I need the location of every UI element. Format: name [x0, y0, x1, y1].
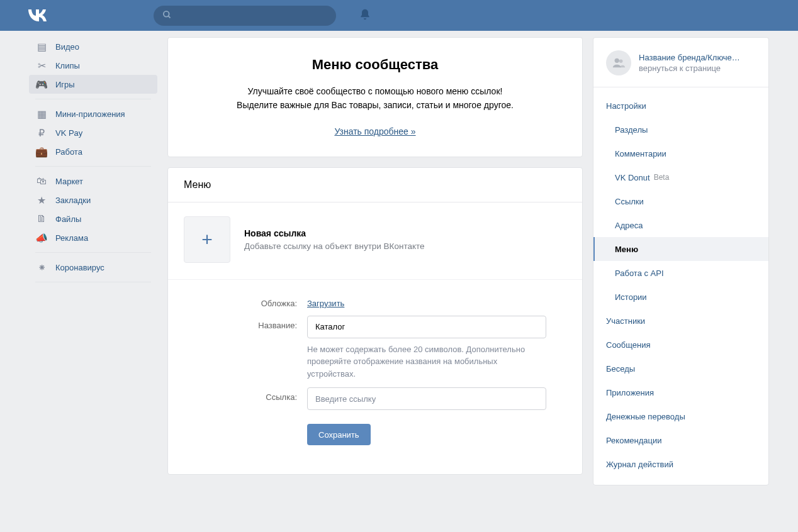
settings-addresses[interactable]: Адреса	[593, 213, 768, 237]
top-header	[0, 0, 798, 31]
nav-label: Клипы	[55, 61, 80, 70]
name-label: Название:	[184, 316, 307, 330]
cover-label: Обложка:	[184, 294, 307, 308]
nav-vkpay[interactable]: ₽ VK Pay	[29, 123, 157, 142]
nav-separator	[35, 166, 151, 167]
left-nav: ▤ Видео ✂ Клипы 🎮 Игры ▦ Мини-приложения…	[29, 31, 157, 287]
megaphone-icon: 📣	[35, 231, 48, 244]
settings-stories[interactable]: Истории	[593, 285, 768, 309]
link-label: Ссылка:	[184, 387, 307, 402]
nav-bookmarks[interactable]: ★ Закладки	[29, 191, 157, 209]
link-form: Обложка: Загрузить Название: Не может со…	[168, 280, 582, 475]
nav-label: Закладки	[55, 196, 91, 205]
nav-separator	[35, 252, 151, 253]
link-input[interactable]	[307, 387, 546, 410]
community-avatar	[606, 50, 631, 75]
name-input[interactable]	[307, 316, 546, 338]
nav-ads[interactable]: 📣 Реклама	[29, 228, 157, 247]
menu-card: Меню + Новая ссылка Добавьте ссылку на о…	[167, 167, 583, 475]
settings-sub-label: Комментарии	[615, 149, 666, 158]
banner-line: Улучшайте своё сообщество с помощью ново…	[187, 84, 563, 98]
briefcase-icon: 💼	[35, 145, 48, 158]
banner-title: Меню сообщества	[187, 57, 563, 73]
settings-sidebar: Название бренда/Ключе… вернуться к стран…	[593, 37, 769, 485]
vk-logo[interactable]	[26, 7, 52, 24]
nav-label: Файлы	[55, 214, 81, 224]
nav-market[interactable]: 🛍 Маркет	[29, 172, 157, 191]
nav-label: Мини-приложения	[55, 109, 125, 119]
settings-sub-label: Ссылки	[615, 197, 644, 206]
nav-video[interactable]: ▤ Видео	[29, 37, 157, 56]
nav-corona[interactable]: ⁕ Коронавирус	[29, 258, 157, 277]
nav-clips[interactable]: ✂ Клипы	[29, 56, 157, 75]
svg-point-2	[615, 58, 619, 63]
svg-point-3	[619, 60, 623, 64]
menu-card-header: Меню	[168, 168, 582, 202]
sidebar-chats[interactable]: Беседы	[593, 357, 768, 380]
nav-label: Игры	[55, 80, 75, 89]
star-icon: ★	[35, 194, 48, 206]
community-profile-link[interactable]: Название бренда/Ключе… вернуться к стран…	[593, 50, 768, 87]
nav-separator	[35, 99, 151, 99]
beta-badge: Beta	[654, 173, 670, 182]
sidebar-members[interactable]: Участники	[593, 309, 768, 333]
settings-sub-label: Адреса	[615, 221, 643, 230]
settings-menu[interactable]: Меню	[593, 237, 768, 261]
new-link-subtitle: Добавьте ссылку на объект внутри ВКонтак…	[244, 241, 425, 251]
save-button[interactable]: Сохранить	[307, 424, 371, 445]
clips-icon: ✂	[35, 59, 48, 72]
nav-label: Реклама	[55, 233, 88, 243]
sidebar-transfers[interactable]: Денежные переводы	[593, 404, 768, 428]
notifications-icon[interactable]	[359, 8, 371, 23]
settings-api[interactable]: Работа с API	[593, 261, 768, 285]
settings-sub-label: Истории	[615, 292, 647, 302]
search-box[interactable]	[154, 6, 336, 26]
bag-icon: 🛍	[35, 175, 48, 187]
pay-icon: ₽	[35, 126, 48, 139]
nav-label: Маркет	[55, 177, 83, 186]
name-help: Не может содержать более 20 символов. До…	[307, 343, 546, 380]
right-column: Название бренда/Ключе… вернуться к стран…	[593, 37, 769, 485]
sidebar-recommendations[interactable]: Рекомендации	[593, 428, 768, 452]
settings-sub-label: Меню	[615, 245, 638, 254]
settings-sub-label: Работа с API	[615, 269, 664, 278]
plus-icon: +	[201, 229, 213, 250]
search-icon	[162, 10, 172, 21]
svg-line-1	[168, 16, 170, 18]
sidebar-messages[interactable]: Сообщения	[593, 333, 768, 357]
virus-icon: ⁕	[35, 261, 48, 274]
nav-miniapps[interactable]: ▦ Мини-приложения	[29, 104, 157, 123]
settings-donut[interactable]: VK Donut Beta	[593, 165, 768, 189]
settings-sub-label: VK Donut	[615, 173, 650, 182]
nav-games[interactable]: 🎮 Игры	[29, 75, 157, 94]
settings-root[interactable]: Настройки	[593, 94, 768, 118]
community-menu-banner: Меню сообщества Улучшайте своё сообществ…	[167, 37, 583, 157]
nav-label: VK Pay	[55, 128, 82, 138]
new-link-row[interactable]: + Новая ссылка Добавьте ссылку на объект…	[168, 202, 582, 280]
upload-cover-link[interactable]: Загрузить	[307, 294, 344, 308]
nav-label: Коронавирус	[55, 263, 104, 272]
nav-label: Видео	[55, 42, 79, 52]
main-column: Меню сообщества Улучшайте своё сообществ…	[167, 31, 583, 485]
nav-label: Работа	[55, 147, 82, 157]
settings-sections[interactable]: Разделы	[593, 118, 768, 141]
new-link-title: Новая ссылка	[244, 228, 425, 238]
film-icon: ▤	[35, 40, 48, 53]
learn-more-link[interactable]: Узнать подробнее »	[334, 126, 415, 136]
svg-point-0	[164, 11, 169, 16]
apps-icon: ▦	[35, 108, 48, 120]
settings-links[interactable]: Ссылки	[593, 189, 768, 213]
settings-sub-label: Разделы	[615, 125, 648, 135]
community-title: Название бренда/Ключе…	[639, 53, 740, 62]
nav-files[interactable]: 🗎 Файлы	[29, 209, 157, 228]
add-link-tile[interactable]: +	[184, 216, 230, 263]
nav-separator	[35, 282, 151, 282]
sidebar-log[interactable]: Журнал действий	[593, 452, 768, 476]
settings-comments[interactable]: Комментарии	[593, 141, 768, 165]
search-input[interactable]	[178, 11, 327, 20]
file-icon: 🗎	[35, 213, 48, 225]
sidebar-apps[interactable]: Приложения	[593, 380, 768, 404]
back-to-page: вернуться к странице	[639, 64, 740, 73]
banner-line: Выделите важные для Вас товары, записи, …	[187, 98, 563, 112]
nav-work[interactable]: 💼 Работа	[29, 142, 157, 161]
